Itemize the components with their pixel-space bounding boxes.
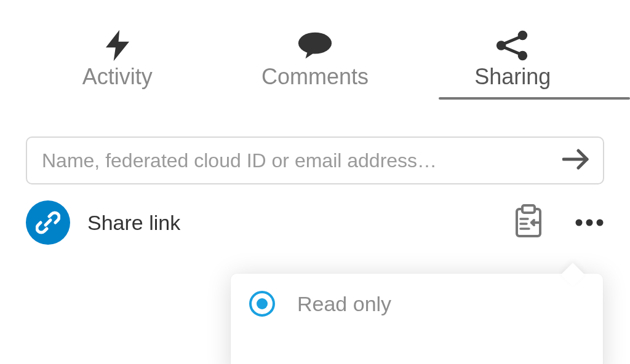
share-icon [495, 27, 530, 64]
svg-line-7 [504, 47, 520, 54]
tab-comments[interactable]: Comments [216, 27, 413, 98]
share-options-popover: Read only [231, 274, 603, 364]
share-option-label: Read only [297, 292, 391, 316]
tab-sharing[interactable]: Sharing [414, 27, 612, 98]
tab-activity-label: Activity [82, 64, 153, 90]
svg-rect-10 [522, 205, 535, 213]
submit-arrow-icon[interactable] [562, 148, 589, 173]
svg-point-14 [576, 220, 583, 226]
tab-sharing-label: Sharing [474, 64, 551, 90]
tab-comments-label: Comments [261, 64, 369, 90]
share-option-read-only[interactable]: Read only [249, 291, 584, 317]
more-options-button[interactable] [575, 218, 604, 227]
link-icon [26, 200, 70, 245]
svg-point-16 [597, 220, 604, 226]
share-link-label: Share link [87, 211, 513, 235]
copy-link-button[interactable] [513, 204, 544, 241]
svg-marker-0 [106, 30, 129, 61]
radio-selected-icon [249, 291, 275, 317]
share-link-row: Share link [26, 200, 604, 245]
comment-icon [297, 27, 333, 64]
svg-point-15 [586, 220, 593, 226]
svg-line-6 [504, 37, 520, 44]
svg-point-1 [298, 33, 332, 54]
tabs: Activity Comments Sharing [0, 0, 630, 98]
lightning-icon [106, 27, 129, 64]
share-recipient-input[interactable] [41, 149, 562, 173]
tab-activity[interactable]: Activity [18, 27, 216, 98]
sharing-panel: Activity Comments Sharing [0, 0, 630, 364]
share-recipient-input-wrap [26, 136, 604, 184]
